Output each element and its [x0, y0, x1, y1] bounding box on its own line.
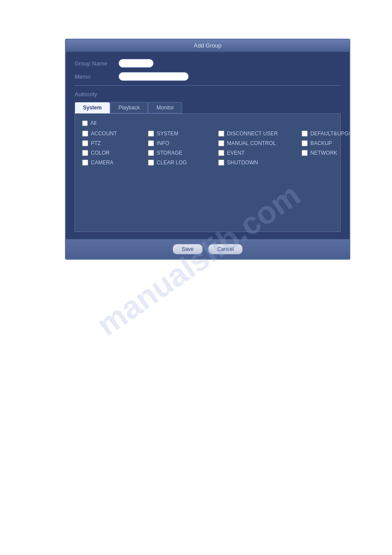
perm-item-default-upgrade: DEFAULT&UPGRAD: [302, 131, 350, 137]
checkbox-color[interactable]: [82, 150, 88, 156]
checkbox-manual-control[interactable]: [218, 140, 224, 146]
save-button[interactable]: Save: [173, 244, 203, 254]
perm-all-row: All: [82, 120, 333, 126]
checkbox-ptz[interactable]: [82, 140, 88, 146]
tab-monitor[interactable]: Monitor: [148, 102, 182, 113]
dialog-wrapper: Add Group Group Name Memo Authority Syst…: [65, 39, 350, 260]
checkbox-camera[interactable]: [82, 160, 88, 166]
perm-label-event: EVENT: [227, 150, 245, 156]
checkbox-clear-log[interactable]: [148, 160, 154, 166]
tab-playback[interactable]: Playback: [110, 102, 148, 113]
checkbox-storage[interactable]: [148, 150, 154, 156]
perm-label-disconnect-user: DISCONNECT USER: [227, 131, 278, 137]
tabs-bar: System Playback Monitor: [75, 102, 341, 113]
perm-item-color: COLOR: [82, 150, 148, 156]
perm-item-storage: STORAGE: [148, 150, 218, 156]
perm-item-info: INFO: [148, 140, 218, 146]
checkbox-disconnect-user[interactable]: [218, 131, 224, 137]
permissions-grid: ACCOUNT SYSTEM DISCONNECT USER DEFAULT&U…: [82, 131, 333, 166]
dialog-footer: Save Cancel: [66, 239, 349, 259]
group-name-label: Group Name: [75, 60, 119, 67]
divider: [75, 85, 341, 86]
checkbox-event[interactable]: [218, 150, 224, 156]
checkbox-default-upgrade[interactable]: [302, 131, 308, 137]
perm-item-clear-log: CLEAR LOG: [148, 160, 218, 166]
perm-item-disconnect-user: DISCONNECT USER: [218, 131, 302, 137]
perm-label-system: SYSTEM: [157, 131, 178, 137]
group-name-row: Group Name: [75, 59, 341, 68]
group-name-input[interactable]: [119, 59, 154, 68]
perm-label-account: ACCOUNT: [91, 131, 117, 137]
permissions-box: All ACCOUNT SYSTEM DISCONNECT: [75, 113, 341, 232]
perm-label-info: INFO: [157, 140, 169, 146]
perm-item-empty: [302, 160, 350, 166]
memo-input[interactable]: [119, 72, 189, 81]
dialog-body: Group Name Memo Authority System Playbac…: [66, 52, 349, 239]
perm-label-ptz: PTZ: [91, 140, 101, 146]
cancel-button[interactable]: Cancel: [208, 244, 243, 254]
perm-label-clear-log: CLEAR LOG: [157, 160, 187, 166]
perm-label-color: COLOR: [91, 150, 110, 156]
all-label: All: [90, 120, 96, 126]
memo-row: Memo: [75, 72, 341, 81]
add-group-dialog: Add Group Group Name Memo Authority Syst…: [65, 39, 350, 260]
perm-label-shutdown: SHUTDOWN: [227, 160, 258, 166]
perm-label-manual-control: MANUAL CONTROL: [227, 140, 276, 146]
perm-label-network: NETWORK: [310, 150, 337, 156]
perm-item-event: EVENT: [218, 150, 302, 156]
dialog-titlebar: Add Group: [66, 40, 349, 52]
checkbox-info[interactable]: [148, 140, 154, 146]
perm-label-storage: STORAGE: [157, 150, 182, 156]
checkbox-network[interactable]: [302, 150, 308, 156]
tab-system[interactable]: System: [75, 102, 110, 113]
perm-item-account: ACCOUNT: [82, 131, 148, 137]
checkbox-all[interactable]: [82, 120, 88, 126]
perm-item-ptz: PTZ: [82, 140, 148, 146]
perm-item-camera: CAMERA: [82, 160, 148, 166]
perm-label-backup: BACKUP: [310, 140, 332, 146]
dialog-title: Add Group: [194, 42, 222, 49]
perm-item-system: SYSTEM: [148, 131, 218, 137]
checkbox-shutdown[interactable]: [218, 160, 224, 166]
perm-label-default-upgrade: DEFAULT&UPGRAD: [310, 131, 350, 137]
checkbox-system[interactable]: [148, 131, 154, 137]
memo-label: Memo: [75, 73, 119, 80]
authority-label: Authority: [75, 91, 341, 98]
perm-item-network: NETWORK: [302, 150, 350, 156]
perm-item-backup: BACKUP: [302, 140, 350, 146]
perm-item-manual-control: MANUAL CONTROL: [218, 140, 302, 146]
perm-label-camera: CAMERA: [91, 160, 113, 166]
checkbox-backup[interactable]: [302, 140, 308, 146]
perm-item-shutdown: SHUTDOWN: [218, 160, 302, 166]
checkbox-account[interactable]: [82, 131, 88, 137]
